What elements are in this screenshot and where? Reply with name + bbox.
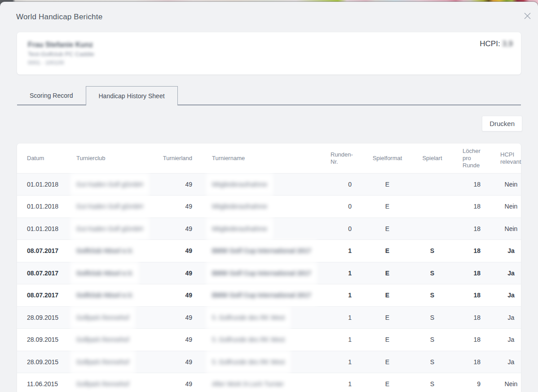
cell-land: 49	[162, 262, 193, 284]
column-header-loecher: Löcher pro Runde	[449, 144, 484, 173]
cell-hcpi: Ja	[484, 351, 521, 373]
cell-format: E	[359, 173, 415, 196]
cell-datum: 11.06.2015	[17, 373, 76, 392]
cell-land: 49	[162, 329, 193, 351]
column-header-runde: Runden-Nr.	[330, 144, 359, 173]
cell-format: E	[359, 240, 415, 262]
player-club: Test-Golfclub PC Caddie	[28, 50, 510, 59]
world-handicap-dialog: World Handicap Berichte Frau Stefanie Ku…	[0, 2, 538, 392]
cell-datum: 28.09.2015	[17, 329, 76, 351]
cell-art	[415, 196, 449, 218]
table-row: 08.07.2017Golfclub Hösel e.V.49BMW Golf …	[17, 240, 521, 262]
cell-land: 49	[162, 196, 193, 218]
cell-art	[415, 173, 449, 196]
cell-loecher: 18	[449, 306, 484, 329]
cell-art: S	[415, 351, 449, 373]
column-header-datum: Datum	[17, 144, 76, 173]
cell-hcpi: Ja	[484, 240, 521, 262]
cell-format: E	[359, 196, 415, 218]
cell-art: S	[415, 262, 449, 284]
cell-loecher: 18	[449, 173, 484, 196]
column-header-club: Turnierclub	[76, 144, 162, 173]
cell-datum: 01.01.2018	[17, 196, 76, 218]
cell-club: Golfpark Rennehof	[76, 306, 162, 329]
cell-runde: 0	[330, 173, 359, 196]
dialog-title: World Handicap Berichte	[16, 13, 522, 22]
cell-hcpi: Ja	[484, 262, 521, 284]
hcpi-display: HCPI: 3,9	[480, 39, 513, 48]
cell-club: Golfpark Rennehof	[76, 373, 162, 392]
hcpi-label: HCPI:	[480, 39, 500, 48]
player-member-id: 0001 - 100100	[28, 59, 510, 67]
cell-name: After Work 9-Loch Turnier	[193, 373, 330, 392]
cell-land: 49	[162, 240, 193, 262]
cell-loecher: 18	[449, 329, 484, 351]
table-row: 11.06.2015Golfpark Rennehof49After Work …	[17, 373, 521, 392]
print-button[interactable]: Drucken	[482, 116, 522, 131]
cell-loecher: 18	[449, 284, 484, 307]
cell-club: Golfpark Rennehof	[76, 351, 162, 373]
cell-land: 49	[162, 284, 193, 307]
column-header-land: Turnierland	[162, 144, 193, 173]
cell-club: Golfclub Hösel e.V.	[76, 240, 162, 262]
cell-runde: 1	[330, 373, 359, 392]
table-row: 08.07.2017Golfclub Hösel e.V.49BMW Golf …	[17, 284, 521, 307]
cell-art: S	[415, 240, 449, 262]
cell-art: S	[415, 373, 449, 392]
cell-hcpi: Ja	[484, 306, 521, 329]
cell-land: 49	[162, 306, 193, 329]
close-button[interactable]	[522, 10, 533, 21]
table-header-row: DatumTurnierclubTurnierlandTurniernameRu…	[17, 144, 521, 173]
cell-runde: 1	[330, 351, 359, 373]
cell-datum: 08.07.2017	[17, 262, 76, 284]
dialog-header: World Handicap Berichte	[0, 2, 538, 22]
cell-land: 49	[162, 173, 193, 196]
cell-hcpi: Ja	[484, 284, 521, 307]
cell-datum: 01.01.2018	[17, 173, 76, 196]
cell-loecher: 18	[449, 240, 484, 262]
table-row: 28.09.2015Golfpark Rennehof495. Golfrund…	[17, 329, 521, 351]
cell-club: Gut Kaden Golf gGmbH	[76, 173, 162, 196]
cell-loecher: 18	[449, 218, 484, 240]
cell-club: Golfclub Hösel e.V.	[76, 262, 162, 284]
cell-datum: 28.09.2015	[17, 306, 76, 329]
cell-art	[415, 218, 449, 240]
cell-name: 5. Golfrunde des RK West	[193, 306, 330, 329]
cell-hcpi: Nein	[484, 373, 521, 392]
cell-runde: 0	[330, 218, 359, 240]
cell-club: Golfpark Rennehof	[76, 329, 162, 351]
cell-name: Mitgliederaufnahme	[193, 173, 330, 196]
cell-name: BMW Golf Cup International 2017	[193, 262, 330, 284]
cell-loecher: 9	[449, 373, 484, 392]
cell-name: 5. Golfrunde des RK West	[193, 329, 330, 351]
cell-loecher: 18	[449, 351, 484, 373]
cell-club: Golfclub Hösel e.V.	[76, 284, 162, 307]
player-info-card: Frau Stefanie Kunz Test-Golfclub PC Cadd…	[17, 32, 521, 74]
table-row: 01.01.2018Gut Kaden Golf gGmbH49Mitglied…	[17, 218, 521, 240]
cell-format: E	[359, 351, 415, 373]
cell-format: E	[359, 373, 415, 392]
table-row: 28.09.2015Golfpark Rennehof495. Golfrund…	[17, 351, 521, 373]
tab-scoring-record[interactable]: Scoring Record	[17, 86, 86, 105]
cell-club: Gut Kaden Golf gGmbH	[76, 196, 162, 218]
cell-loecher: 18	[449, 196, 484, 218]
cell-format: E	[359, 284, 415, 307]
cell-land: 49	[162, 218, 193, 240]
cell-datum: 08.07.2017	[17, 284, 76, 307]
cell-name: Mitgliederaufnahme	[193, 218, 330, 240]
cell-name: BMW Golf Cup International 2017	[193, 240, 330, 262]
table-row: 01.01.2018Gut Kaden Golf gGmbH49Mitglied…	[17, 196, 521, 218]
column-header-name: Turniername	[193, 144, 330, 173]
cell-datum: 01.01.2018	[17, 218, 76, 240]
close-icon	[524, 13, 531, 19]
cell-loecher: 18	[449, 262, 484, 284]
tab-handicap-history-sheet[interactable]: Handicap History Sheet	[86, 86, 178, 105]
table-row: 28.09.2015Golfpark Rennehof495. Golfrund…	[17, 306, 521, 329]
cell-land: 49	[162, 351, 193, 373]
cell-land: 49	[162, 373, 193, 392]
cell-club: Gut Kaden Golf gGmbH	[76, 218, 162, 240]
cell-art: S	[415, 284, 449, 307]
column-header-format: Spielformat	[359, 144, 415, 173]
actions-row: Drucken	[17, 116, 522, 131]
cell-runde: 1	[330, 329, 359, 351]
